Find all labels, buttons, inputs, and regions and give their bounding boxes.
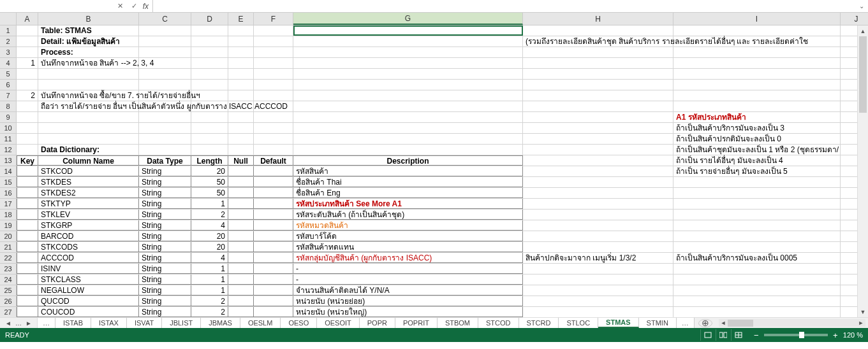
cell[interactable] xyxy=(17,145,38,155)
row-header[interactable]: 4 xyxy=(0,58,16,69)
row-header[interactable]: 15 xyxy=(0,177,16,188)
cell[interactable] xyxy=(139,58,191,68)
row-header[interactable]: 14 xyxy=(0,166,16,177)
cell[interactable] xyxy=(293,47,523,57)
cell[interactable]: 1 xyxy=(191,285,228,296)
cell[interactable]: STKTYP xyxy=(38,199,139,209)
column-header-G[interactable]: G xyxy=(293,13,523,25)
cell[interactable] xyxy=(673,199,841,209)
cell[interactable]: String xyxy=(139,166,191,176)
cell[interactable] xyxy=(254,80,293,90)
cell[interactable]: ถ้าเป็นสินค้าบริการมันจะลงเป็น 3 xyxy=(673,123,841,133)
cell[interactable]: 20 xyxy=(191,231,228,241)
tab-nav-prev-icon[interactable]: … xyxy=(14,320,23,327)
cell[interactable]: COUCOD xyxy=(38,307,139,317)
sheet-tab-jbmas[interactable]: JBMAS xyxy=(201,318,240,328)
row-header[interactable]: 25 xyxy=(0,285,16,296)
cell[interactable]: String xyxy=(139,242,191,252)
cell[interactable] xyxy=(17,25,38,36)
cell[interactable] xyxy=(17,80,38,90)
sheet-tab-stloc[interactable]: STLOC xyxy=(559,318,598,328)
cell[interactable] xyxy=(38,69,139,79)
add-sheet-icon[interactable]: ⊕ xyxy=(698,319,712,327)
cell[interactable] xyxy=(673,25,841,36)
tab-nav-next-icon[interactable]: ► xyxy=(24,320,33,327)
cell[interactable] xyxy=(673,188,841,198)
cell[interactable]: 1 xyxy=(191,199,228,209)
cell[interactable]: BARCOD xyxy=(38,231,139,241)
cell[interactable] xyxy=(673,285,841,296)
cell[interactable] xyxy=(293,134,523,144)
row-header[interactable]: 26 xyxy=(0,296,16,307)
column-header-D[interactable]: D xyxy=(191,13,228,25)
column-header-F[interactable]: F xyxy=(254,13,293,25)
cell[interactable] xyxy=(293,101,523,111)
cell[interactable]: สินค้าปกติจะมาจาก เมนูเริ่ม 1/3/2 xyxy=(523,253,673,263)
cell[interactable] xyxy=(228,296,254,306)
cell[interactable]: Default xyxy=(254,155,293,166)
cell[interactable] xyxy=(17,199,38,209)
cell[interactable]: หน่วยนับ (หน่วยย่อย) xyxy=(293,296,523,306)
column-header-J[interactable]: J xyxy=(841,13,868,25)
zoom-out-icon[interactable]: − xyxy=(753,331,760,340)
cell[interactable]: ACCCOD xyxy=(38,253,139,263)
cell[interactable] xyxy=(673,101,841,111)
row-header[interactable]: 12 xyxy=(0,145,16,155)
cell[interactable] xyxy=(139,101,191,111)
cell[interactable] xyxy=(254,285,293,296)
view-pagebreak-icon[interactable] xyxy=(731,329,746,341)
sheet-tab-stcrd[interactable]: STCRD xyxy=(519,318,559,328)
cell[interactable] xyxy=(523,145,673,155)
cell[interactable]: 1 xyxy=(191,264,228,274)
cell[interactable] xyxy=(191,134,228,144)
cell[interactable] xyxy=(254,274,293,285)
cell[interactable]: STKDES2 xyxy=(38,188,139,198)
cell[interactable] xyxy=(673,231,841,241)
cell[interactable] xyxy=(254,166,293,176)
cell[interactable] xyxy=(228,80,254,90)
cell[interactable]: Description xyxy=(293,155,523,166)
cell[interactable]: รหัสประเภทสินค้า See More A1 xyxy=(293,199,523,209)
cell[interactable] xyxy=(673,177,841,187)
cell[interactable] xyxy=(139,25,191,36)
row-header[interactable]: 24 xyxy=(0,274,16,285)
zoom-in-icon[interactable]: + xyxy=(832,331,839,340)
row-header[interactable]: 22 xyxy=(0,253,16,264)
scroll-up-icon[interactable]: ▲ xyxy=(858,25,868,36)
cell[interactable]: บันทึกจากหน้าจอ ซื้อ/ขาย 7. รายได้/รายจ่… xyxy=(38,90,139,101)
cell[interactable] xyxy=(254,220,293,231)
expand-formula-icon[interactable]: ⌄ xyxy=(855,3,868,10)
cell[interactable] xyxy=(254,123,293,133)
sheet-tab-stcod[interactable]: STCOD xyxy=(478,318,519,328)
cell[interactable]: ถ้าเป็น รายจ่ายอื่นๆ มันจะลงเป็น 5 xyxy=(673,166,841,176)
cell[interactable]: String xyxy=(139,296,191,306)
cell[interactable] xyxy=(17,220,38,231)
cell[interactable] xyxy=(228,199,254,209)
row-header[interactable]: 18 xyxy=(0,210,16,220)
cell[interactable]: ชื่อสินค้า Thai xyxy=(293,177,523,187)
cell[interactable]: หน่วยนับ (หน่วยใหญ่) xyxy=(293,307,523,317)
cell[interactable] xyxy=(673,80,841,90)
row-header[interactable]: 9 xyxy=(0,112,16,123)
cell[interactable]: รหัสบาร์โค้ด xyxy=(293,231,523,241)
cell[interactable]: String xyxy=(139,188,191,198)
cell[interactable] xyxy=(191,47,228,57)
cell[interactable] xyxy=(254,188,293,198)
cell[interactable]: Null xyxy=(228,155,254,166)
zoom-level[interactable]: 120 % xyxy=(843,331,863,339)
cell[interactable]: รหัสสินค้า xyxy=(293,166,523,176)
cell[interactable] xyxy=(254,101,293,111)
cell[interactable] xyxy=(17,242,38,252)
cell[interactable] xyxy=(254,253,293,263)
cell[interactable] xyxy=(523,296,673,306)
cell[interactable] xyxy=(523,264,673,274)
cell[interactable] xyxy=(191,112,228,122)
cell[interactable] xyxy=(228,231,254,241)
cell[interactable]: Data Type xyxy=(139,155,191,166)
sheet-tab-stmin[interactable]: STMIN xyxy=(639,318,677,328)
cell[interactable]: 4 xyxy=(191,220,228,231)
cell[interactable] xyxy=(17,101,38,111)
cell[interactable]: String xyxy=(139,220,191,231)
cell[interactable]: ชื่อสินค้า Eng xyxy=(293,188,523,198)
view-normal-icon[interactable] xyxy=(700,329,716,341)
